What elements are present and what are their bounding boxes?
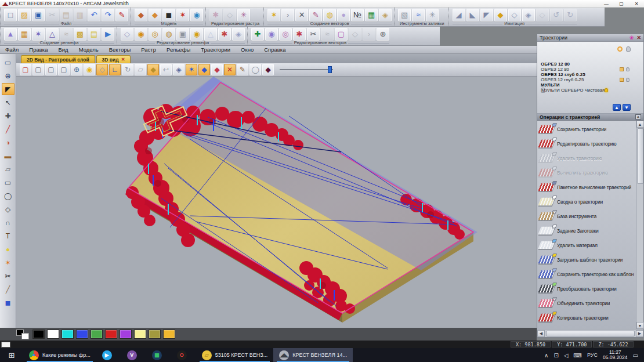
restore-button[interactable]: ▢ <box>614 0 629 7</box>
toolpath-list-item[interactable]: ОБРЕЗ 12 80 <box>541 61 629 67</box>
save-model-icon[interactable]: ▣ <box>32 9 45 21</box>
select-tool-icon[interactable]: ◤ <box>2 83 15 95</box>
menu-item[interactable]: Рельефы <box>161 46 196 54</box>
cut-icon[interactable]: ✂ <box>46 9 59 21</box>
network-icon[interactable]: ⊡ <box>553 352 558 359</box>
simulate-plane-icon[interactable]: ◇ <box>536 9 549 21</box>
vector-cloud-icon[interactable]: ● <box>337 9 350 21</box>
relief-preview-icon[interactable]: ✶ <box>176 9 189 21</box>
calculate-toolpath[interactable]: Вычислить траекторию <box>540 165 636 180</box>
toolpath-bulb-icon[interactable] <box>626 67 629 71</box>
scroll-left-icon[interactable]: ◀ <box>537 330 545 337</box>
save-toolpath-as-template[interactable]: Сохранить траекторию как шаблон <box>540 267 636 281</box>
raster-paint-icon[interactable]: ✳ <box>237 9 250 21</box>
view-along-z-icon[interactable]: ▢ <box>58 64 70 75</box>
menu-item[interactable]: Файл <box>0 46 24 54</box>
shape-editor-icon[interactable]: ▲ <box>4 28 17 41</box>
menu-item[interactable]: Траектории <box>196 46 236 54</box>
group-vectors-icon[interactable]: ✚ <box>251 28 264 41</box>
transform-tool-icon[interactable]: ✚ <box>2 110 15 122</box>
toolpath-list-item[interactable]: МУЛЬТИ <box>541 82 629 88</box>
fillet-vector-icon[interactable]: ≈ <box>321 28 334 41</box>
simulate-relief-icon[interactable]: ◆ <box>494 9 507 21</box>
draw-plane-icon[interactable]: ◇ <box>96 64 108 75</box>
load-toolpath-template[interactable]: Загрузить шаблон траектории <box>540 252 636 267</box>
toolpath-red-icon[interactable]: ◆ <box>211 64 223 75</box>
vector-blob-icon[interactable]: ◍ <box>323 9 336 21</box>
view-along-x-icon[interactable]: ▢ <box>32 64 44 75</box>
tab-close-icon[interactable]: ✕ <box>121 57 125 62</box>
simulate-run-icon[interactable]: ◈ <box>522 9 535 21</box>
center-vector-icon[interactable]: ⊕ <box>377 28 389 41</box>
copy-toolpaths[interactable]: Копировать траектории <box>540 310 636 325</box>
palette-color-swatch[interactable] <box>32 330 45 339</box>
extrude-relief-icon[interactable]: △ <box>46 28 59 41</box>
close-button[interactable]: ✕ <box>629 0 644 7</box>
droplet-tool-icon[interactable]: ● <box>2 243 15 255</box>
lasso-tool-icon[interactable]: ▱ <box>2 163 15 175</box>
toolpath-visibility-icon[interactable] <box>617 46 623 52</box>
scissors-tool-icon[interactable]: ✂ <box>2 270 15 282</box>
shading-slider[interactable] <box>280 66 333 74</box>
scroll-down-icon[interactable]: ▼ <box>636 322 644 329</box>
grey-plane-icon[interactable]: ▱ <box>135 64 146 75</box>
menu-item[interactable]: Вид <box>53 46 73 54</box>
measure-line-icon[interactable]: ╱ <box>2 123 15 135</box>
swirl-relief-icon[interactable]: ≈ <box>60 28 73 41</box>
panel-vertical-scrollbar[interactable]: ▲ ▼ <box>636 121 643 329</box>
weld-vectors-icon[interactable]: ◉ <box>265 28 278 41</box>
smudge-tool-icon[interactable]: ▬ <box>2 150 15 162</box>
merge-toolpaths[interactable]: Объединить траектории <box>540 296 636 310</box>
vector-arc-icon[interactable]: › <box>281 9 294 21</box>
toolpath-list-item[interactable]: МУЛЬТИ СЕРЕБРО Чистовая <box>541 88 545 93</box>
taskbar-telegram[interactable]: ▶ <box>96 348 121 362</box>
batch-calculate-toolpaths[interactable]: Пакетное вычисление траекторий <box>540 180 636 194</box>
rotate-view-icon[interactable]: ↻ <box>122 64 133 75</box>
weave-relief-icon[interactable]: ▩ <box>74 28 86 41</box>
palette-color-swatch[interactable] <box>61 330 74 339</box>
taskbar-chrome[interactable]: ● Какие режимы фр... <box>23 348 96 362</box>
menu-item[interactable]: Векторы <box>104 46 136 54</box>
taskbar-app-grid[interactable]: ▦ <box>146 348 171 362</box>
relief-envelope-icon[interactable]: ◉ <box>190 28 203 41</box>
fill-spray-icon[interactable]: ✳ <box>426 9 439 21</box>
delete-toolpath[interactable]: Удалить траекторию <box>540 151 636 165</box>
redo-icon[interactable]: ↷ <box>102 9 114 21</box>
texture-relief-icon[interactable]: ▦ <box>18 28 31 41</box>
menu-item[interactable]: Модель <box>74 46 104 54</box>
zoom-icon[interactable]: ⊕ <box>71 64 82 75</box>
volume-icon[interactable]: ◁ <box>564 352 569 359</box>
relief-shade-icon[interactable]: ◆ <box>147 64 159 75</box>
layer-relief-icon[interactable]: ▤ <box>88 28 100 41</box>
simulate-pause-icon[interactable]: ◇ <box>508 9 521 21</box>
eraser-tool-icon[interactable]: ◼ <box>2 296 15 309</box>
iso-view-icon[interactable]: ▢ <box>20 64 31 75</box>
text-tool-icon[interactable]: T <box>2 230 15 242</box>
toolpath-blue-icon[interactable]: ◆ <box>198 64 210 75</box>
simulate-fast-icon[interactable]: ◣ <box>466 9 479 21</box>
save-toolpaths[interactable]: Сохранить траектории <box>540 122 636 136</box>
move-toolpath-up-button[interactable]: ▲ <box>613 104 621 111</box>
keyboard-icon[interactable]: ⌨ <box>574 352 582 359</box>
language-indicator[interactable]: РУС <box>587 352 598 358</box>
relief-clipart-icon[interactable]: ▣ <box>176 28 189 41</box>
vertical-scroll-thumb[interactable] <box>637 128 643 184</box>
palette-color-swatch[interactable] <box>120 330 132 339</box>
smooth-relief-icon[interactable]: ◇ <box>121 28 133 41</box>
tab-2d-view[interactable]: 2D Вид - Растровый слой <box>21 55 95 63</box>
fill-gradient-icon[interactable]: ▧ <box>398 9 411 21</box>
star-relief-icon[interactable]: ✶ <box>32 28 45 41</box>
taskbar-viber[interactable]: V <box>121 348 146 362</box>
wireframe-sphere-icon[interactable]: ⊕ <box>2 70 15 82</box>
notification-center-icon[interactable]: ▭ <box>633 352 638 359</box>
scroll-right-icon[interactable]: ▶ <box>636 330 643 337</box>
arc-tool-icon[interactable]: ∩ <box>2 216 15 229</box>
taskbar-artcam[interactable]: ◢◣ КРЕСТ ВЕНЗЕЛЯ 14... <box>273 348 353 362</box>
vector-star-icon[interactable]: ✶ <box>267 9 280 21</box>
edit-pencil-icon[interactable]: ✎ <box>115 9 128 21</box>
toolpath-list-item[interactable]: ОБРЕЗ 12 глуб 0-25 <box>541 72 629 77</box>
toolpath-bulb-icon[interactable] <box>626 78 629 82</box>
slider-handle[interactable] <box>328 66 332 73</box>
vector-paste-icon[interactable]: ◈ <box>379 9 392 21</box>
light-icon[interactable]: ◉ <box>84 64 95 75</box>
